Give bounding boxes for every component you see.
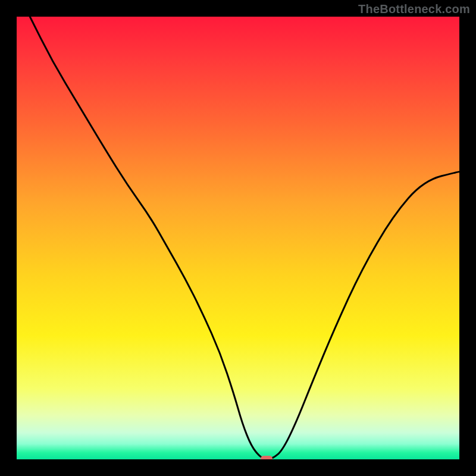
chart-svg bbox=[17, 17, 459, 459]
plot-area bbox=[17, 17, 459, 459]
gradient-background bbox=[17, 17, 459, 459]
minimum-marker bbox=[261, 456, 273, 459]
chart-stage: TheBottleneck.com bbox=[0, 0, 476, 476]
watermark-text: TheBottleneck.com bbox=[358, 2, 470, 16]
